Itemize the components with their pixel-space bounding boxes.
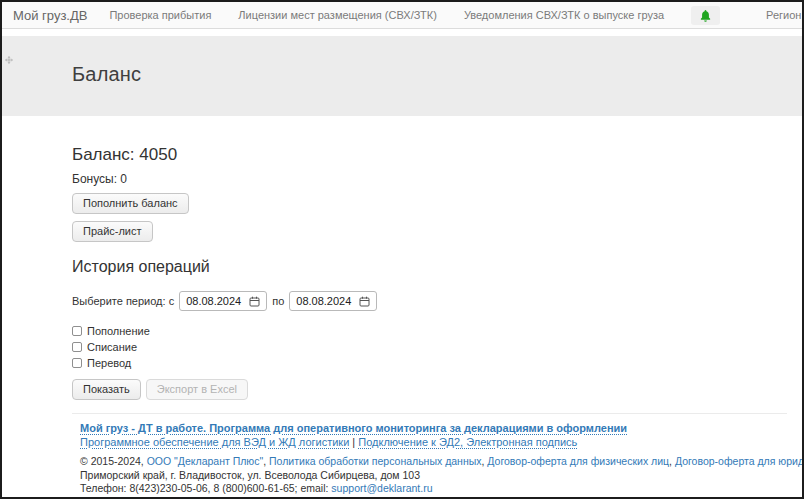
- bonus-amount: Бонусы: 0: [72, 172, 787, 186]
- page: Мой груз.ДВ Проверка прибытия Лицензии м…: [0, 0, 804, 499]
- hero-banner: Баланс: [2, 36, 802, 116]
- period-from-label: Выберите период: с: [72, 295, 174, 307]
- history-actions: Показать Экспорт в Excel: [72, 379, 787, 400]
- checkbox-transfer-label: Перевод: [87, 357, 131, 369]
- link-offer-individuals[interactable]: Договор-оферта для физических лиц: [487, 455, 669, 467]
- topup-balance-button[interactable]: Пополнить баланс: [72, 193, 189, 214]
- region-label: Регион:: [766, 9, 804, 21]
- filter-row-writeoff: Списание: [72, 341, 787, 353]
- checkbox-transfer[interactable]: [72, 358, 82, 368]
- period-to-label: по: [272, 295, 284, 307]
- email-link[interactable]: support@deklarant.ru: [331, 482, 432, 494]
- checkbox-writeoff-label: Списание: [87, 341, 137, 353]
- calendar-icon[interactable]: [249, 296, 260, 307]
- representative-text-prefix: Официальный представитель: [80, 496, 229, 499]
- date-to-input[interactable]: 08.08.2024: [289, 291, 377, 311]
- nav-item-arrival-check[interactable]: Проверка прибытия: [109, 9, 211, 21]
- bell-icon: [699, 9, 712, 23]
- address-text: Приморский край, г. Владивосток, ул. Все…: [80, 469, 787, 483]
- link-privacy-policy[interactable]: Политика обработки персональных данных: [269, 455, 481, 467]
- copyright-text: © 2015-2024,: [80, 455, 147, 467]
- show-button[interactable]: Показать: [72, 379, 141, 400]
- notifications-bell-button[interactable]: [691, 6, 720, 25]
- main-content: Баланс: 4050 Бонусы: 0 Пополнить баланс …: [2, 145, 802, 499]
- promo-link-ed2-signature[interactable]: Подключение к ЭД2, Электронная подпись: [358, 436, 577, 448]
- promo-separator: |: [349, 436, 358, 448]
- footer-divider: [72, 413, 787, 414]
- navbar-right-group: Регион: Дальний Восток (ДВТУ): [691, 6, 804, 25]
- page-title: Баланс: [72, 63, 802, 86]
- checkbox-topup[interactable]: [72, 326, 82, 336]
- balance-amount: Баланс: 4050: [72, 145, 787, 165]
- phone-line: Телефон: 8(423)230-05-06, 8 (800)600-61-…: [80, 482, 787, 496]
- phone-text: Телефон: 8(423)230-05-06, 8 (800)600-61-…: [80, 482, 331, 494]
- promo-link-software[interactable]: Программное обеспечение для ВЭД и ЖД лог…: [80, 436, 349, 448]
- period-filter: Выберите период: с 08.08.2024 по 08.08.2…: [72, 291, 787, 311]
- footer: Мой груз - ДТ в работе. Программа для оп…: [72, 422, 787, 499]
- top-navbar: Мой груз.ДВ Проверка прибытия Лицензии м…: [2, 2, 802, 29]
- link-offer-legal-entities[interactable]: Договор-оферта для юридических лиц: [675, 455, 804, 467]
- operation-type-filters: Пополнение Списание Перевод: [72, 325, 787, 369]
- move-anchor-icon: [5, 56, 13, 64]
- representative-line: Официальный представитель компании ООО "…: [80, 496, 787, 499]
- calendar-icon[interactable]: [359, 296, 370, 307]
- nav-item-release-notifications[interactable]: Уведомления СВХ/ЗТК о выпуске груза: [464, 9, 664, 21]
- checkbox-writeoff[interactable]: [72, 342, 82, 352]
- date-from-input[interactable]: 08.08.2024: [179, 291, 267, 311]
- filter-row-transfer: Перевод: [72, 357, 787, 369]
- brand-logo[interactable]: Мой груз.ДВ: [13, 8, 87, 23]
- export-excel-button[interactable]: Экспорт в Excel: [146, 379, 248, 400]
- price-list-button[interactable]: Прайс-лист: [72, 221, 153, 242]
- history-title: История операций: [72, 258, 787, 276]
- representative-text-suffix: в Дальневосточном регионе: [336, 496, 477, 499]
- link-deklarant-plus[interactable]: ООО "Декларант Плюс": [147, 455, 264, 467]
- nav-item-placement-licenses[interactable]: Лицензии мест размещения (СВХ/ЗТК): [238, 9, 437, 21]
- promo-link-main[interactable]: Мой груз - ДТ в работе. Программа для оп…: [80, 422, 627, 434]
- date-to-value: 08.08.2024: [296, 295, 351, 307]
- checkbox-topup-label: Пополнение: [87, 325, 150, 337]
- date-from-value: 08.08.2024: [186, 295, 241, 307]
- filter-row-topup: Пополнение: [72, 325, 787, 337]
- link-stm-company[interactable]: компании ООО "СТМ": [229, 496, 336, 499]
- region-selector[interactable]: Регион: Дальний Восток (ДВТУ): [766, 9, 804, 21]
- copyright-line: © 2015-2024, ООО "Декларант Плюс", Полит…: [80, 455, 787, 469]
